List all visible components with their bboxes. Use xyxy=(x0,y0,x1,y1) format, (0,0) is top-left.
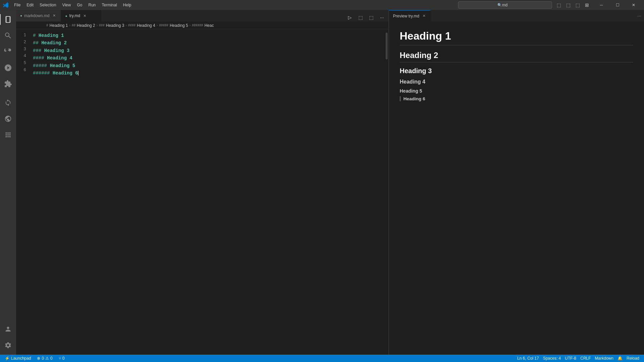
preview-tab-label: Preview try.md xyxy=(393,14,419,18)
language-label: Markdown xyxy=(595,356,613,361)
activity-extensions[interactable] xyxy=(0,76,16,92)
breadcrumb-sep-2: › xyxy=(96,23,97,27)
code-editor[interactable]: 1 2 3 4 5 6 # Heading 1 ## Heading 2 xyxy=(16,29,389,355)
menu-run[interactable]: Run xyxy=(86,2,98,8)
breadcrumb-sep-5: › xyxy=(189,23,190,27)
menu-selection[interactable]: Selection xyxy=(37,2,59,8)
encoding-label: UTF-8 xyxy=(565,356,576,361)
status-notifications[interactable]: 🔔 xyxy=(615,355,625,362)
breadcrumb-h3-icon: ### xyxy=(99,23,105,27)
menu-edit[interactable]: Edit xyxy=(24,2,36,8)
heading-text-6: Heading 6 xyxy=(50,69,78,77)
line-num-2: 2 xyxy=(16,39,30,46)
global-search-box[interactable]: 🔍 md xyxy=(458,1,552,9)
tab-markdown-md[interactable]: ● markdown.md ✕ xyxy=(16,10,61,21)
breadcrumb: # Heading 1 › ## Heading 2 › ### Heading… xyxy=(16,22,389,29)
close-button[interactable]: ✕ xyxy=(626,0,641,10)
tab-dot-icon: ● xyxy=(20,14,22,17)
menu-bar: File Edit Selection View Go Run Terminal… xyxy=(11,2,455,8)
window-layout-controls: ⬚ ⬚ ⬚ ⊞ xyxy=(555,1,591,9)
layout-toggle-sidebar[interactable]: ⬚ xyxy=(555,1,563,9)
editor-preview-container: ● markdown.md ✕ ● try.md ✕ ▷ ⬚ ⬚ ··· xyxy=(16,10,644,355)
code-line-5: ##### Heading 5 xyxy=(33,62,385,69)
status-launchpad[interactable]: ⚡ Launchpad xyxy=(3,355,33,362)
status-bar: ⚡ Launchpad ⊗ 0 ⚠ 0 ⑂ 0 Ln 6, Col 17 Spa… xyxy=(0,355,644,362)
heading-text-4: Heading 4 xyxy=(44,54,72,62)
tab-try-md[interactable]: ● try.md ✕ xyxy=(61,10,101,21)
heading-text-5: Heading 5 xyxy=(47,62,75,69)
run-code-button[interactable]: ▷ xyxy=(346,13,354,21)
status-encoding[interactable]: UTF-8 xyxy=(563,355,578,362)
menu-terminal[interactable]: Terminal xyxy=(99,2,119,8)
breadcrumb-sep-1: › xyxy=(69,23,70,27)
more-actions-button[interactable]: ··· xyxy=(378,13,386,21)
tab-active-label: try.md xyxy=(69,13,80,18)
activity-run-debug[interactable] xyxy=(0,60,16,76)
menu-go[interactable]: Go xyxy=(74,2,85,8)
activity-launchpad[interactable] xyxy=(0,127,16,143)
title-bar: File Edit Selection View Go Run Terminal… xyxy=(0,0,644,10)
launchpad-icon: ⚡ xyxy=(5,356,10,361)
split-editor-right-button[interactable]: ⬚ xyxy=(356,13,364,21)
preview-tab[interactable]: Preview try.md ✕ xyxy=(389,10,431,22)
preview-content: Heading 1 Heading 2 Heading 3 Heading 4 … xyxy=(389,22,644,355)
layout-toggle-panel[interactable]: ⬚ xyxy=(564,1,572,9)
minimize-button[interactable]: ─ xyxy=(594,0,609,10)
activity-explorer[interactable] xyxy=(0,11,16,28)
tab-close-try[interactable]: ✕ xyxy=(82,13,88,18)
layout-customize[interactable]: ⊞ xyxy=(583,1,591,9)
breadcrumb-h3[interactable]: ### Heading 3 xyxy=(99,23,124,28)
preview-heading-2: Heading 2 xyxy=(400,51,633,62)
breadcrumb-h2-label: Heading 2 xyxy=(77,23,95,28)
code-line-1: # Heading 1 xyxy=(33,32,385,39)
status-language[interactable]: Markdown xyxy=(593,355,615,362)
status-spaces[interactable]: Spaces: 4 xyxy=(541,355,563,362)
activity-search[interactable] xyxy=(0,28,16,44)
breadcrumb-h6-label: Heac xyxy=(204,23,214,28)
status-line-ending[interactable]: CRLF xyxy=(578,355,593,362)
editor-scrollbar[interactable] xyxy=(385,29,389,355)
preview-heading-6: Heading 6 xyxy=(400,96,633,101)
menu-view[interactable]: View xyxy=(59,2,73,8)
breadcrumb-h4-icon: #### xyxy=(128,23,136,27)
line-num-1: 1 xyxy=(16,32,30,39)
editor-tab-bar: ● markdown.md ✕ ● try.md ✕ ▷ ⬚ ⬚ ··· xyxy=(16,10,389,22)
breadcrumb-h6[interactable]: ###### Heac xyxy=(192,23,214,28)
activity-bar xyxy=(0,10,16,355)
git-icon: ⑂ xyxy=(59,356,61,361)
hash-1: # xyxy=(33,32,36,39)
layout-toggle-aux[interactable]: ⬚ xyxy=(574,1,582,9)
status-git[interactable]: ⑂ 0 xyxy=(57,355,67,362)
preview-more-actions[interactable]: ··· xyxy=(637,13,644,18)
status-reload[interactable]: Reload xyxy=(625,355,641,362)
main-layout: ● markdown.md ✕ ● try.md ✕ ▷ ⬚ ⬚ ··· xyxy=(0,10,644,355)
breadcrumb-h2[interactable]: ## Heading 2 xyxy=(72,23,95,28)
window-controls: ─ ☐ ✕ xyxy=(594,0,641,10)
breadcrumb-h4[interactable]: #### Heading 4 xyxy=(128,23,155,28)
tab-close-markdown[interactable]: ✕ xyxy=(51,13,57,18)
breadcrumb-h5-icon: ##### xyxy=(159,23,168,27)
activity-remote[interactable] xyxy=(0,95,16,111)
preview-panel: Preview try.md ✕ ··· Heading 1 Heading 2… xyxy=(389,10,644,355)
breadcrumb-h1[interactable]: # Heading 1 xyxy=(46,23,68,28)
preview-heading-4: Heading 4 xyxy=(400,79,633,85)
scrollbar-thumb xyxy=(386,33,388,59)
error-icon: ⊗ xyxy=(37,356,40,361)
activity-settings[interactable] xyxy=(0,337,16,353)
menu-file[interactable]: File xyxy=(11,2,23,8)
split-editor-down-button[interactable]: ⬚ xyxy=(367,13,375,21)
breadcrumb-h5[interactable]: ##### Heading 5 xyxy=(159,23,188,28)
preview-tab-close-button[interactable]: ✕ xyxy=(421,13,427,19)
activity-browser[interactable] xyxy=(0,111,16,127)
maximize-button[interactable]: ☐ xyxy=(610,0,625,10)
status-cursor-pos[interactable]: Ln 6, Col 17 xyxy=(515,355,541,362)
activity-source-control[interactable] xyxy=(0,44,16,60)
breadcrumb-h4-label: Heading 4 xyxy=(137,23,155,28)
vscode-logo xyxy=(3,2,9,8)
heading-text-2: Heading 2 xyxy=(39,39,67,47)
activity-account[interactable] xyxy=(0,321,16,337)
code-line-6: ###### Heading 6 xyxy=(33,69,385,77)
menu-help[interactable]: Help xyxy=(120,2,134,8)
code-text-area[interactable]: # Heading 1 ## Heading 2 ### Heading 3 #… xyxy=(33,29,385,355)
status-errors[interactable]: ⊗ 0 ⚠ 0 xyxy=(35,355,54,362)
